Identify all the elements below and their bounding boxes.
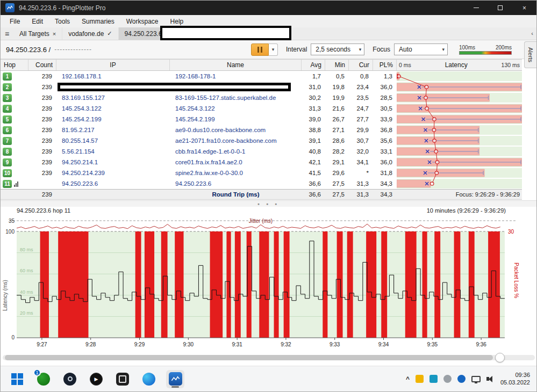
volume-icon[interactable] [486, 376, 492, 382]
teal-tray-icon[interactable] [429, 375, 438, 383]
timeline-chart[interactable]: 35Jitter (ms)80 ms60 ms40 ms20 ms1000309… [1, 215, 537, 351]
count-cell: 239 [28, 137, 56, 144]
tab-label: 94.250.223.6 [125, 30, 162, 38]
redacted-region [58, 83, 291, 91]
tab-label: All Targets [19, 30, 49, 38]
avg-cell: 30,2 [302, 95, 325, 101]
cur-cell: 0,8 [349, 73, 373, 79]
clock-date: 05.03.2022 [500, 379, 530, 387]
target-bar: 94.250.223.6 / -------------- ▾ Interval… [1, 40, 536, 59]
menu-edit[interactable]: Edit [26, 18, 49, 25]
notification-badge: 1 [33, 369, 41, 376]
name-cell: 94.250.223.6 [170, 180, 302, 187]
media-player-icon[interactable]: ▶ [87, 370, 105, 388]
blue-tray-icon[interactable] [457, 375, 466, 383]
tab-label: vodafone.de [68, 30, 104, 38]
pl-cell: 28,5 [373, 95, 397, 101]
maximize-button[interactable] [488, 1, 512, 15]
menu-tools[interactable]: Tools [49, 18, 76, 25]
avg-cell: 41,5 [302, 170, 325, 176]
timeline-scrollbar[interactable] [3, 354, 535, 361]
pingplotter-taskbar-icon[interactable] [166, 370, 184, 388]
system-tray: ^ 09:36 05.03.2022 [406, 372, 536, 387]
svg-text:9:34: 9:34 [378, 342, 389, 347]
header-min[interactable]: Min [325, 60, 349, 70]
round-trip-avg: 36,6 [302, 191, 325, 198]
svg-text:9:32: 9:32 [281, 342, 291, 347]
timeline-title: 94.250.223.6 hop 11 [17, 207, 70, 214]
app-icon [5, 3, 15, 12]
start-button[interactable] [8, 370, 26, 388]
minimize-button[interactable] [464, 1, 488, 15]
header-name[interactable]: Name [170, 60, 302, 70]
tab-vodafone[interactable]: vodafone.de ✓ [62, 27, 118, 40]
svg-text:Jitter (ms): Jitter (ms) [249, 218, 273, 224]
svg-text:9:35: 9:35 [427, 342, 438, 347]
scrollbar-knob[interactable] [495, 353, 505, 362]
timeline-range[interactable]: 10 minutes (9:26:29 - 9:36:29) [427, 207, 506, 214]
pause-button[interactable] [251, 43, 269, 56]
taskbar-clock[interactable]: 09:36 05.03.2022 [500, 372, 530, 387]
clock-time: 09:36 [515, 372, 530, 379]
avg-cell: 42,1 [302, 159, 325, 165]
ip-cell: 94.250.214.239 [56, 170, 170, 176]
latency-min-label: 0 ms [399, 62, 411, 68]
interval-select[interactable]: 2,5 seconds ▾ [311, 43, 364, 55]
update-tray-icon[interactable] [416, 375, 424, 383]
count-cell: 239 [28, 170, 56, 176]
steam-icon[interactable] [61, 370, 79, 388]
xbox-icon[interactable]: 1 [34, 370, 53, 388]
tab-all-targets[interactable]: All Targets × [13, 27, 62, 40]
header-hop[interactable]: Hop [1, 60, 28, 70]
count-cell: 239 [28, 95, 56, 101]
close-button[interactable]: × [512, 1, 536, 15]
count-cell: 239 [28, 73, 56, 79]
pl-cell: 36,0 [373, 159, 397, 165]
menu-workspace[interactable]: Workspace [120, 18, 164, 25]
latency-max-label: 130 ms [502, 62, 520, 68]
min-cell: 29,6 [325, 170, 349, 176]
header-avg[interactable]: Avg [302, 60, 325, 70]
header-ip[interactable]: IP [56, 60, 170, 70]
header-cur[interactable]: Cur [349, 60, 373, 70]
dark-app-icon[interactable] [113, 370, 132, 388]
gray-tray-icon[interactable] [443, 375, 452, 383]
trace-table-header: Hop Count IP Name Avg Min Cur PL% 0 ms L… [1, 59, 522, 71]
hop-badge: 4 [3, 105, 12, 113]
timeline-header: 94.250.223.6 hop 11 10 minutes (9:26:29 … [17, 207, 506, 214]
header-pl[interactable]: PL% [373, 60, 397, 70]
avg-cell: 38,8 [302, 127, 325, 133]
alerts-collapse-icon[interactable]: ‹ [531, 30, 533, 37]
avg-cell: 31,0 [302, 84, 325, 90]
taskbar-icons: 1 ▶ [1, 370, 184, 388]
svg-text:9:28: 9:28 [85, 342, 96, 347]
browser-icon[interactable] [140, 370, 158, 388]
pane-splitter[interactable]: ● ● ● [1, 200, 536, 207]
ip-cell: 80.255.14.57 [56, 137, 170, 144]
menu-summaries[interactable]: Summaries [76, 18, 120, 25]
close-icon[interactable]: × [53, 31, 56, 37]
legend-low-label: 100ms [459, 45, 475, 50]
ip-cell: 145.254.2.199 [56, 116, 170, 122]
min-cell: 21,6 [325, 105, 349, 112]
pause-dropdown[interactable]: ▾ [269, 43, 278, 56]
header-count[interactable]: Count [28, 60, 56, 70]
target-dashes: -------------- [54, 46, 92, 53]
display-icon[interactable] [471, 376, 481, 382]
target-list-icon[interactable]: ≡ [1, 27, 13, 40]
alerts-side-tab[interactable]: Alerts [524, 41, 536, 68]
focus-select[interactable]: Auto ▾ [394, 43, 448, 55]
cur-cell: 29,9 [349, 127, 373, 133]
menu-file[interactable]: File [4, 18, 26, 25]
menu-help[interactable]: Help [164, 18, 190, 25]
hop-badge: 8 [3, 148, 12, 156]
hop-badge: 5 [3, 115, 12, 124]
latency-title: Latency [445, 61, 468, 69]
svg-text:9:33: 9:33 [330, 342, 340, 347]
count-cell: 239 [28, 84, 56, 90]
scrollbar-thumb[interactable] [5, 355, 493, 360]
pause-button-group: ▾ [251, 43, 278, 56]
hidden-icons-chevron[interactable]: ^ [406, 375, 410, 383]
focus-label: Focus [373, 46, 390, 53]
play-icon: ▶ [90, 373, 103, 386]
